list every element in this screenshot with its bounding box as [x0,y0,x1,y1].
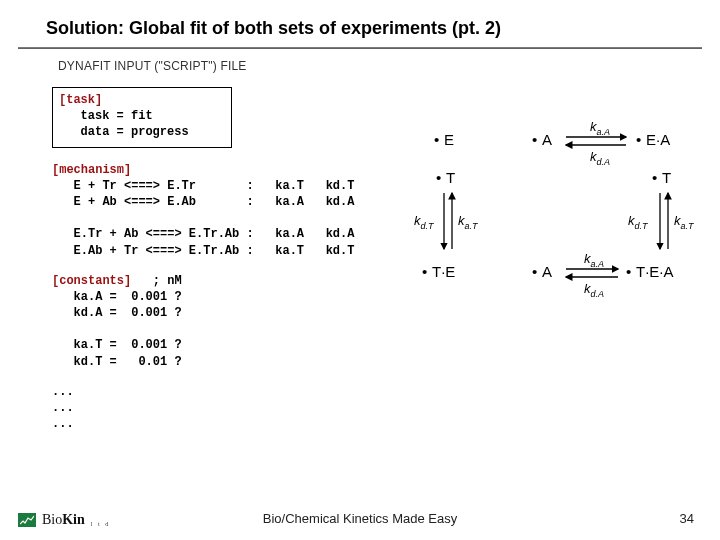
rate-kdT-sub: d.T [635,221,650,231]
logo-text: BioKin [42,512,85,528]
mech-lines: E + Tr <===> E.Tr : ka.T kd.T E + Ab <==… [52,179,354,258]
svg-text:kd.T: kd.T [414,213,435,231]
species-dot: • [434,131,439,148]
task-section-head: [task] [59,93,102,107]
species-dot: • [436,169,441,186]
const-section-head: [constants] [52,274,131,288]
rate-kaA-sub: a.A [597,127,611,137]
species-EA: E·A [646,131,670,148]
page-title: Solution: Global fit of both sets of exp… [0,0,720,47]
subhead: DYNAFIT INPUT ("SCRIPT") FILE [0,59,720,73]
svg-text:ka.A: ka.A [590,119,610,137]
logo: BioKin l t d [18,512,110,528]
rate-kaT-sub: a.T [681,221,696,231]
svg-text:kd.A: kd.A [590,149,610,167]
svg-text:kd.T: kd.T [628,213,649,231]
species-A: A [542,131,552,148]
species-dot: • [652,169,657,186]
title-underline [18,47,702,49]
species-A: A [542,263,552,280]
svg-text:ka.T: ka.T [674,213,695,231]
const-lines: ka.A = 0.001 ? kd.A = 0.001 ? ka.T = 0.0… [52,290,182,369]
svg-text:ka.A: ka.A [584,251,604,269]
logo-icon [18,513,36,527]
species-dot: • [422,263,427,280]
rate-kdA-sub: d.A [597,157,611,167]
species-dot: • [636,131,641,148]
rate-kdT-sub: d.T [421,221,436,231]
species-TEA: T·E·A [636,263,674,280]
species-dot: • [532,131,537,148]
rate-kaA-sub: a.A [591,259,605,269]
ellipsis-block: ... ... ... [52,384,390,433]
species-E: E [444,131,454,148]
task-lines: task = fit data = progress [59,109,189,139]
rate-kaT-sub: a.T [465,221,480,231]
species-T: T [446,169,455,186]
script-block: [task] task = fit data = progress [mecha… [52,87,390,446]
species-dot: • [532,263,537,280]
svg-text:ka.T: ka.T [458,213,479,231]
page-number: 34 [680,511,694,526]
species-dot: • [626,263,631,280]
mech-section-head: [mechanism] [52,163,131,177]
species-TE: T·E [432,263,455,280]
reaction-diagram: • E • A • E·A ka.A kd.A • T kd.T ka.T • [414,87,704,319]
logo-subtext: l t d [91,521,110,527]
mechanism-block: [mechanism] E + Tr <===> E.Tr : ka.T kd.… [52,162,390,259]
svg-text:kd.A: kd.A [584,281,604,299]
constants-block: [constants] ; nM ka.A = 0.001 ? kd.A = 0… [52,273,390,370]
task-block: [task] task = fit data = progress [52,87,232,148]
rate-kdA-sub: d.A [591,289,605,299]
species-T: T [662,169,671,186]
const-after: ; nM [131,274,181,288]
